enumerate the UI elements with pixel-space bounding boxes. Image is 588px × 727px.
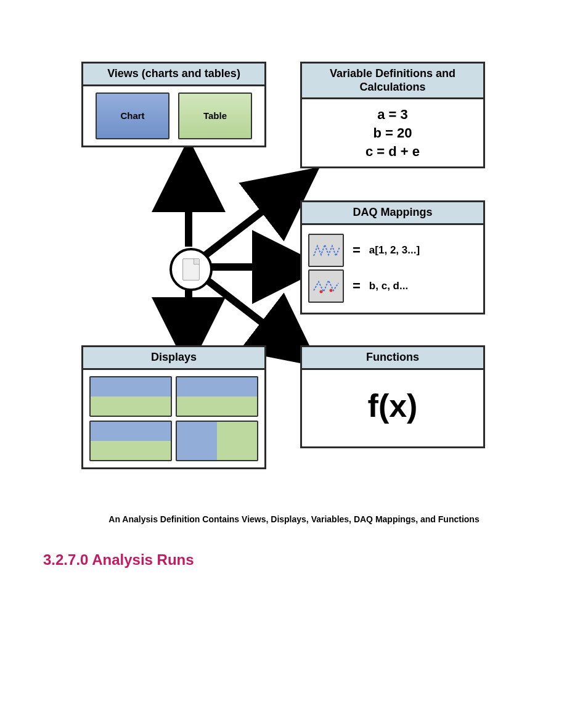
fx-symbol: f(x): [308, 376, 477, 440]
views-title: Views (charts and tables): [83, 64, 264, 86]
functions-node: Functions f(x): [300, 345, 485, 448]
table-thumbnail: Table: [178, 92, 252, 139]
document-icon: [182, 258, 200, 281]
table-thumbnail-label: Table: [203, 110, 227, 121]
hub-node: [169, 248, 213, 291]
svg-point-5: [320, 290, 323, 293]
display-thumbnail: [176, 376, 258, 417]
display-thumbnail: [89, 376, 172, 417]
analysis-definition-diagram: Views (charts and tables) Chart Table Va…: [78, 62, 510, 506]
chart-thumbnail: Chart: [96, 92, 169, 139]
daq-row-2: = b, c, d...: [308, 269, 477, 303]
variables-title: Variable Definitions and Calculations: [302, 64, 483, 99]
waveform-icon: [308, 269, 344, 303]
displays-title: Displays: [83, 347, 264, 370]
variables-node: Variable Definitions and Calculations a …: [300, 62, 485, 168]
displays-node: Displays: [81, 345, 266, 469]
equals-icon: =: [353, 278, 361, 294]
section-heading: 3.2.7.0 Analysis Runs: [43, 551, 551, 569]
daq-title: DAQ Mappings: [302, 202, 483, 225]
views-node: Views (charts and tables) Chart Table: [81, 62, 266, 147]
svg-point-6: [330, 289, 333, 292]
variable-line-3: c = d + e: [308, 142, 477, 161]
waveform-icon: [308, 234, 344, 267]
daq-row-1: = a[1, 2, 3...]: [308, 234, 477, 267]
display-thumbnail: [176, 421, 258, 461]
daq-node: DAQ Mappings = a[1, 2, 3...] = b, c, d..…: [300, 200, 485, 314]
daq-row-2-label: b, c, d...: [369, 280, 408, 292]
functions-title: Functions: [302, 347, 483, 370]
equals-icon: =: [353, 242, 361, 258]
variable-line-1: a = 3: [308, 105, 477, 124]
variable-line-2: b = 20: [308, 124, 477, 142]
daq-row-1-label: a[1, 2, 3...]: [369, 244, 420, 257]
figure-caption: An Analysis Definition Contains Views, D…: [37, 514, 551, 524]
chart-thumbnail-label: Chart: [120, 110, 144, 121]
display-thumbnail: [89, 421, 172, 461]
svg-line-4: [205, 279, 296, 349]
svg-line-2: [205, 185, 296, 255]
